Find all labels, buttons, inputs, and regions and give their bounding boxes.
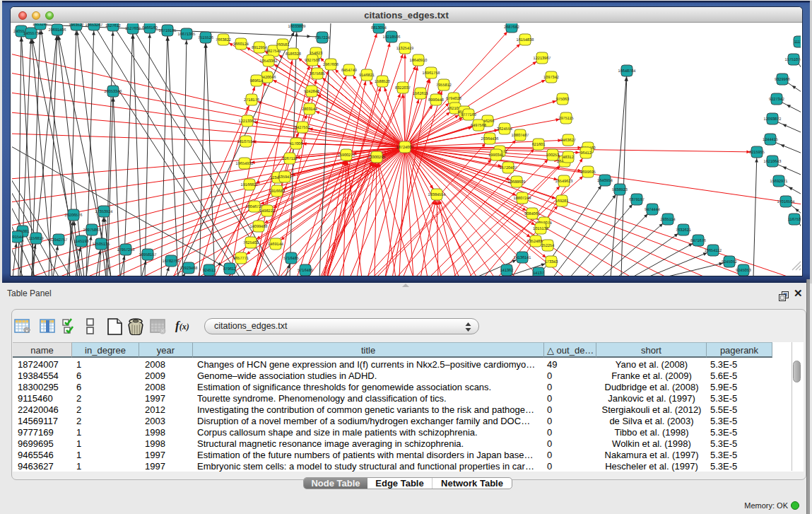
- svg-text:20975867: 20975867: [83, 228, 101, 233]
- svg-text:9827541: 9827541: [266, 49, 281, 54]
- svg-text:116753: 116753: [788, 218, 801, 222]
- svg-text:100253: 100253: [546, 153, 560, 158]
- svg-text:12213967: 12213967: [534, 57, 551, 61]
- svg-text:11172: 11172: [794, 40, 801, 45]
- svg-text:14137: 14137: [533, 271, 544, 276]
- svg-text:9777169: 9777169: [461, 113, 476, 117]
- svg-text:15692971: 15692971: [770, 180, 788, 184]
- svg-text:8990448: 8990448: [428, 98, 444, 103]
- svg-text:1916683: 1916683: [269, 189, 285, 194]
- svg-text:9245052: 9245052: [722, 260, 737, 264]
- svg-text:7357224: 7357224: [314, 36, 330, 40]
- svg-text:10688609: 10688609: [508, 180, 526, 185]
- svg-text:1963527: 1963527: [69, 23, 84, 28]
- svg-text:8912954: 8912954: [252, 46, 267, 50]
- svg-text:1640954: 1640954: [597, 179, 613, 183]
- svg-text:9699695: 9699695: [580, 170, 596, 175]
- svg-text:9463627: 9463627: [560, 139, 576, 143]
- svg-text:8813054: 8813054: [371, 26, 387, 30]
- svg-text:169281: 169281: [555, 199, 569, 204]
- svg-text:12923468: 12923468: [180, 267, 198, 271]
- svg-text:10543362: 10543362: [260, 59, 278, 64]
- svg-text:14136141: 14136141: [514, 256, 531, 260]
- svg-text:6497568: 6497568: [471, 124, 486, 128]
- svg-text:12093872: 12093872: [764, 117, 782, 122]
- svg-text:10719185: 10719185: [159, 29, 177, 33]
- svg-text:141362: 141362: [500, 269, 514, 273]
- svg-text:12942757: 12942757: [50, 238, 68, 243]
- svg-text:1097342: 1097342: [543, 76, 559, 80]
- svg-text:19166827: 19166827: [241, 183, 259, 187]
- svg-text:15900275: 15900275: [338, 153, 355, 158]
- svg-text:17957253: 17957253: [117, 248, 135, 252]
- svg-text:9084067: 9084067: [524, 212, 540, 216]
- svg-text:7515526: 7515526: [198, 36, 213, 40]
- svg-text:2935114: 2935114: [660, 218, 675, 222]
- svg-text:760581: 760581: [276, 43, 290, 47]
- svg-text:20053346: 20053346: [105, 90, 122, 94]
- svg-text:3624554: 3624554: [497, 127, 512, 132]
- svg-text:12213362: 12213362: [239, 119, 257, 124]
- svg-text:17353924: 17353924: [95, 210, 113, 214]
- svg-text:1015132: 1015132: [533, 227, 548, 231]
- svg-text:11325419: 11325419: [396, 47, 413, 51]
- svg-text:1145193: 1145193: [73, 240, 88, 244]
- svg-text:2803144: 2803144: [302, 107, 317, 112]
- svg-text:18807249: 18807249: [514, 197, 531, 201]
- svg-text:417006: 417006: [290, 142, 303, 146]
- svg-text:621601: 621601: [532, 143, 546, 147]
- svg-text:18640910: 18640910: [410, 59, 428, 63]
- svg-text:924512: 924512: [203, 269, 216, 273]
- svg-text:5938923: 5938923: [612, 188, 628, 192]
- svg-text:391544: 391544: [12, 235, 23, 240]
- svg-text:1156819: 1156819: [28, 237, 43, 241]
- svg-text:9474444: 9474444: [645, 208, 660, 212]
- svg-text:1405573: 1405573: [23, 32, 39, 36]
- svg-text:2967608: 2967608: [323, 63, 339, 67]
- svg-text:535941: 535941: [278, 175, 292, 180]
- svg-text:1527602: 1527602: [125, 27, 141, 31]
- svg-text:9146821: 9146821: [359, 74, 375, 78]
- svg-text:2718176: 2718176: [244, 98, 259, 103]
- svg-text:7955812: 7955812: [436, 83, 452, 88]
- svg-text:3267110: 3267110: [282, 157, 297, 161]
- svg-text:10653267: 10653267: [86, 23, 103, 28]
- svg-text:975063: 975063: [556, 98, 570, 102]
- svg-text:9660124: 9660124: [233, 42, 249, 47]
- svg-text:10654112: 10654112: [705, 249, 722, 253]
- svg-text:9227342: 9227342: [769, 98, 784, 102]
- svg-text:1562615: 1562615: [413, 92, 428, 96]
- svg-text:6379197: 6379197: [629, 198, 645, 202]
- svg-text:1469144: 1469144: [268, 243, 283, 247]
- svg-text:15751074: 15751074: [785, 58, 801, 62]
- svg-text:5716485: 5716485: [283, 257, 299, 261]
- svg-text:6466160: 6466160: [142, 26, 158, 30]
- svg-text:17016504: 17016504: [777, 200, 795, 204]
- svg-text:1244415: 1244415: [763, 138, 778, 142]
- svg-text:5716486: 5716486: [298, 269, 313, 273]
- svg-text:16961758: 16961758: [423, 71, 440, 76]
- svg-text:8322037: 8322037: [395, 86, 411, 90]
- svg-text:8215955: 8215955: [749, 151, 765, 155]
- svg-text:1990341: 1990341: [488, 153, 504, 158]
- svg-text:14099488: 14099488: [250, 225, 268, 229]
- svg-text:7625402: 7625402: [243, 241, 259, 245]
- svg-text:16033809: 16033809: [288, 25, 306, 29]
- svg-text:2687682: 2687682: [504, 25, 519, 30]
- svg-text:9242848: 9242848: [304, 90, 319, 94]
- svg-text:19384554: 19384554: [428, 193, 446, 197]
- svg-text:9245053: 9245053: [736, 269, 751, 273]
- svg-text:3675685: 3675685: [310, 72, 325, 76]
- svg-text:1653247: 1653247: [33, 23, 48, 27]
- svg-text:20691406: 20691406: [49, 28, 66, 33]
- svg-text:8186328: 8186328: [286, 52, 301, 57]
- svg-text:879612: 879612: [223, 267, 237, 271]
- svg-text:96412: 96412: [580, 151, 592, 156]
- svg-text:8454749: 8454749: [341, 69, 357, 73]
- svg-text:10807487: 10807487: [512, 134, 529, 138]
- svg-text:16648784: 16648784: [618, 69, 636, 74]
- svg-text:8471676: 8471676: [690, 239, 706, 243]
- svg-text:10958157: 10958157: [139, 253, 157, 257]
- svg-text:8427552: 8427552: [295, 126, 310, 130]
- svg-text:19218506: 19218506: [383, 35, 401, 40]
